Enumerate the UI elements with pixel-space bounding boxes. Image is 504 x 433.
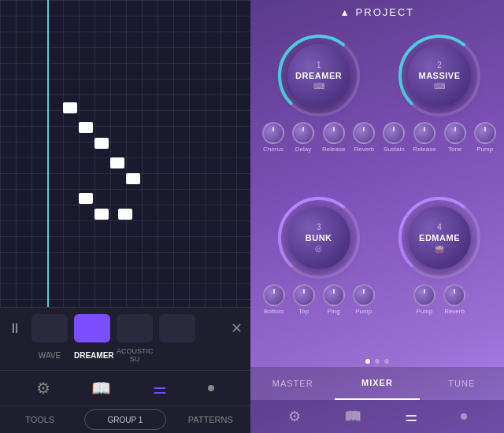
bottom-nav-tabs: TOOLS GROUP 1 PATTERNS bbox=[0, 405, 250, 433]
mini-knob-delay[interactable] bbox=[292, 122, 314, 144]
mini-knobs-row: SustainReleaseTonePump bbox=[383, 122, 495, 153]
instrument-cell-edmame[interactable]: 4EDMAME🥁PumpReverb bbox=[379, 191, 499, 353]
inst-number: 3 bbox=[317, 223, 321, 231]
instrument-cell-dreamer[interactable]: 1DREAMER⌨ChorusDelayReleaseReverb bbox=[258, 28, 379, 191]
tab-tools[interactable]: TOOLS bbox=[0, 406, 80, 433]
tab-mixer[interactable]: MIXER bbox=[335, 367, 419, 400]
instrument-cell-massive[interactable]: 2MASSIVE⌨SustainReleaseTonePump bbox=[379, 28, 499, 191]
playhead bbox=[47, 0, 49, 307]
mini-knob-wrap-release: Release bbox=[322, 122, 345, 153]
instruments-grid: 1DREAMER⌨ChorusDelayReleaseReverb2MASSIV… bbox=[250, 24, 504, 356]
tab-patterns[interactable]: PATTERNS bbox=[171, 406, 250, 433]
book-icon[interactable]: 📖 bbox=[91, 379, 111, 398]
mini-knob-pump[interactable] bbox=[474, 122, 496, 144]
mini-knob-label-pump: Pump bbox=[417, 308, 433, 315]
mini-knobs-row: PumpReverb bbox=[413, 284, 465, 315]
inst-icon: ⌨ bbox=[313, 82, 324, 91]
mini-knob-wrap-pump: Pump bbox=[353, 284, 375, 315]
mini-knob-wrap-tone: Tone bbox=[444, 122, 466, 153]
mini-knob-wrap-chorus: Chorus bbox=[262, 122, 284, 153]
settings-icon[interactable]: ⚙ bbox=[36, 379, 50, 398]
knob-body-bunk[interactable]: 3BUNK◎ bbox=[287, 206, 350, 269]
mini-knob-tone[interactable] bbox=[444, 122, 466, 144]
right-bottom-tabs: MASTER MIXER TUNE bbox=[250, 367, 504, 400]
page-dots-row1 bbox=[250, 356, 504, 367]
mini-knob-reverb[interactable] bbox=[353, 122, 375, 144]
mini-knob-wrap-top: Top bbox=[293, 284, 315, 315]
knob-dreamer[interactable]: 1DREAMER⌨ bbox=[276, 32, 362, 119]
sliders-icon[interactable]: ⚌ bbox=[153, 379, 167, 398]
piano-note bbox=[94, 138, 109, 149]
right-sliders-icon[interactable]: ⚌ bbox=[405, 408, 417, 425]
mini-knob-label-sustain: Sustain bbox=[384, 146, 405, 153]
inst-name: DREAMER bbox=[295, 71, 342, 80]
mini-knob-label-release: Release bbox=[413, 146, 435, 153]
right-panel: ▲ PROJECT 1DREAMER⌨ChorusDelayReleaseRev… bbox=[250, 0, 504, 433]
piano-note bbox=[126, 173, 140, 184]
mini-knob-wrap-sustain: Sustain bbox=[383, 122, 405, 153]
piano-note bbox=[118, 209, 132, 220]
mini-knob-wrap-reverb: Reverb bbox=[353, 122, 375, 153]
track-selector: ⏸ ✕ WAVE DREAMER ACOUSTIC SU bbox=[0, 307, 250, 370]
mini-knob-label-pump: Pump bbox=[476, 146, 493, 153]
piano-note bbox=[79, 122, 93, 133]
tab-master[interactable]: MASTER bbox=[250, 367, 335, 400]
mini-knob-ping[interactable] bbox=[323, 284, 345, 306]
page-dot-3 bbox=[384, 359, 389, 364]
mini-knob-label-top: Top bbox=[298, 308, 309, 315]
page-dot-2 bbox=[375, 359, 380, 364]
track-btn-acoustic[interactable] bbox=[117, 314, 153, 342]
mini-knob-wrap-pump: Pump bbox=[474, 122, 496, 153]
close-icon[interactable]: ✕ bbox=[231, 320, 243, 337]
track-btn-wave[interactable] bbox=[32, 314, 68, 342]
mini-knob-reverb[interactable] bbox=[443, 284, 465, 306]
mini-knob-release[interactable] bbox=[413, 122, 435, 144]
mini-knob-wrap-reverb: Reverb bbox=[443, 284, 465, 315]
mini-knob-pump[interactable] bbox=[353, 284, 375, 306]
knob-body-dreamer[interactable]: 1DREAMER⌨ bbox=[287, 44, 350, 107]
instrument-cell-bunk[interactable]: 3BUNK◎BottomTopPingPump bbox=[258, 191, 379, 353]
track-btn-dreamer[interactable] bbox=[74, 314, 110, 342]
piano-note bbox=[79, 193, 93, 204]
mini-knob-top[interactable] bbox=[293, 284, 315, 306]
mini-knob-label-ping: Ping bbox=[328, 308, 340, 315]
mini-knob-sustain[interactable] bbox=[383, 122, 405, 144]
mini-knob-label-delay: Delay bbox=[295, 146, 311, 153]
inst-name: EDMAME bbox=[419, 233, 460, 242]
mini-knob-pump[interactable] bbox=[413, 284, 435, 306]
tab-group1[interactable]: GROUP 1 bbox=[84, 409, 165, 430]
inst-icon: 🥁 bbox=[435, 244, 444, 253]
mini-knob-release[interactable] bbox=[323, 122, 345, 144]
mini-knob-chorus[interactable] bbox=[262, 122, 284, 144]
bottom-nav-icons: ⚙ 📖 ⚌ bbox=[0, 371, 250, 405]
track-buttons-row: ⏸ ✕ bbox=[8, 314, 243, 342]
inst-number: 1 bbox=[317, 61, 321, 69]
mini-knob-wrap-release: Release bbox=[413, 122, 435, 153]
nav-dot bbox=[208, 385, 214, 391]
mini-knob-wrap-pump: Pump bbox=[413, 284, 435, 315]
mini-knob-label-chorus: Chorus bbox=[263, 146, 284, 153]
right-settings-icon[interactable]: ⚙ bbox=[288, 408, 301, 425]
right-book-icon[interactable]: 📖 bbox=[344, 408, 361, 425]
right-nav-dot bbox=[461, 413, 467, 420]
mini-knob-label-reverb: Reverb bbox=[444, 308, 465, 315]
inst-name: BUNK bbox=[306, 233, 332, 242]
knob-edmame[interactable]: 4EDMAME🥁 bbox=[396, 194, 483, 281]
piano-roll[interactable] bbox=[0, 0, 250, 307]
mini-knob-label-bottom: Bottom bbox=[264, 308, 284, 315]
tab-tune[interactable]: TUNE bbox=[420, 367, 504, 400]
pause-icon[interactable]: ⏸ bbox=[8, 320, 22, 337]
knob-body-massive[interactable]: 2MASSIVE⌨ bbox=[408, 44, 471, 107]
left-panel: ⏸ ✕ WAVE DREAMER ACOUSTIC SU ⚙ 📖 ⚌ TOOLS… bbox=[0, 0, 250, 433]
mini-knob-wrap-delay: Delay bbox=[292, 122, 314, 153]
mini-knob-bottom[interactable] bbox=[263, 284, 285, 306]
page-dot-1 bbox=[365, 359, 370, 364]
knob-body-edmame[interactable]: 4EDMAME🥁 bbox=[408, 206, 471, 269]
chevron-up-icon[interactable]: ▲ bbox=[340, 7, 350, 18]
right-bottom-nav: ⚙ 📖 ⚌ bbox=[250, 400, 504, 433]
knob-bunk[interactable]: 3BUNK◎ bbox=[276, 194, 362, 281]
track-btn-4[interactable] bbox=[159, 314, 195, 342]
knob-massive[interactable]: 2MASSIVE⌨ bbox=[396, 32, 483, 119]
mini-knob-wrap-bottom: Bottom bbox=[263, 284, 285, 315]
mini-knob-label-reverb: Reverb bbox=[354, 146, 374, 153]
